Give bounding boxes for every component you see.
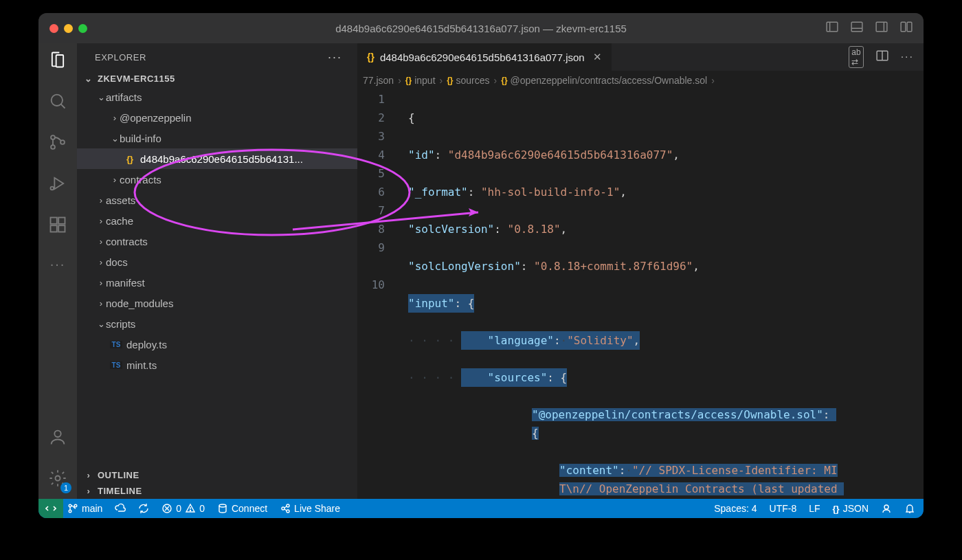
json-icon: {} <box>124 154 136 164</box>
svg-point-22 <box>69 504 71 507</box>
editor: {} d484b9a6c6290e64615d5b641316a077.json… <box>357 43 924 499</box>
status-encoding[interactable]: UTF-8 <box>770 503 797 514</box>
svg-point-10 <box>51 135 55 139</box>
breadcrumb[interactable]: 77.json› {}input› {}sources› {}@openzepp… <box>357 71 924 90</box>
ab-icon[interactable]: ab⇄ <box>849 46 863 68</box>
line-gutter: 12345678910 <box>357 90 399 499</box>
layout-icon[interactable] <box>900 21 913 36</box>
svg-rect-15 <box>51 225 57 232</box>
tab-label: d484b9a6c6290e64615d5b641316a077.json <box>380 52 585 63</box>
folder-build-info[interactable]: ⌄build-info <box>77 128 357 148</box>
account-icon[interactable] <box>48 427 67 449</box>
json-icon: {} <box>367 52 374 63</box>
live-share-button[interactable]: Live Share <box>280 503 340 514</box>
svg-rect-0 <box>827 22 838 32</box>
svg-point-11 <box>51 145 55 149</box>
folder-contracts-inner[interactable]: ›contracts <box>77 169 357 190</box>
timeline-section[interactable]: ›TIMELINE <box>77 483 357 499</box>
folder-openzeppelin[interactable]: ›@openzeppelin <box>77 107 357 128</box>
errors-warnings[interactable]: 0 0 <box>161 503 205 514</box>
more-icon[interactable]: ··· <box>50 256 66 272</box>
activity-bar: ··· 1 <box>38 43 77 499</box>
braces-icon: {} <box>833 504 840 514</box>
file-deploy-ts[interactable]: TSdeploy.ts <box>77 334 357 355</box>
debug-icon[interactable] <box>48 174 67 196</box>
sidebar-more-icon[interactable]: ··· <box>328 50 342 65</box>
folder-scripts[interactable]: ⌄scripts <box>77 313 357 334</box>
close-icon[interactable]: ✕ <box>593 51 602 63</box>
git-branch[interactable]: main <box>67 503 102 514</box>
svg-point-13 <box>51 187 54 190</box>
folder-assets[interactable]: ›assets <box>77 190 357 210</box>
svg-rect-14 <box>51 218 57 224</box>
svg-rect-4 <box>876 22 887 32</box>
svg-point-19 <box>56 476 60 481</box>
file-mint-ts[interactable]: TSmint.ts <box>77 355 357 375</box>
editor-tab[interactable]: {} d484b9a6c6290e64615d5b641316a077.json… <box>357 43 612 71</box>
titlebar: d484b9a6c6290e64615d5b641316a077.json — … <box>38 13 924 43</box>
svg-point-29 <box>282 507 284 510</box>
project-section[interactable]: ⌄ ZKEVM-ERC1155 <box>77 71 357 87</box>
folder-cache[interactable]: ›cache <box>77 210 357 231</box>
search-icon[interactable] <box>48 91 67 113</box>
window-title: d484b9a6c6290e64615d5b641316a077.json — … <box>38 23 924 34</box>
status-spaces[interactable]: Spaces: 4 <box>714 503 757 514</box>
window-minimize-button[interactable] <box>64 24 73 33</box>
settings-badge: 1 <box>60 482 71 493</box>
folder-docs[interactable]: ›docs <box>77 251 357 272</box>
braces-icon: {} <box>405 76 412 85</box>
code-area[interactable]: 12345678910 { "id": "d484b9a6c6290e64615… <box>357 90 924 499</box>
file-tree: ⌄artifacts ›@openzeppelin ⌄build-info {}… <box>77 87 357 467</box>
status-language[interactable]: {}JSON <box>833 503 869 514</box>
svg-point-31 <box>287 510 289 513</box>
status-eol[interactable]: LF <box>809 503 820 514</box>
sidebar: EXPLORER ··· ⌄ ZKEVM-ERC1155 ⌄artifacts … <box>77 43 357 499</box>
folder-artifacts[interactable]: ⌄artifacts <box>77 87 357 107</box>
svg-point-18 <box>54 431 60 437</box>
svg-point-30 <box>287 504 289 507</box>
connect-button[interactable]: Connect <box>217 503 267 514</box>
source-control-icon[interactable] <box>48 133 67 155</box>
folder-contracts[interactable]: ›contracts <box>77 231 357 251</box>
tabs-row: {} d484b9a6c6290e64615d5b641316a077.json… <box>357 43 924 71</box>
outline-section[interactable]: ›OUTLINE <box>77 467 357 483</box>
svg-point-23 <box>69 510 71 513</box>
window-maximize-button[interactable] <box>78 24 87 33</box>
feedback-icon[interactable] <box>881 503 892 514</box>
sidebar-title: EXPLORER <box>95 52 146 63</box>
explorer-icon[interactable] <box>48 50 67 72</box>
panel-right-icon[interactable] <box>875 21 888 36</box>
svg-rect-16 <box>58 225 65 232</box>
svg-rect-2 <box>851 22 862 32</box>
svg-point-24 <box>74 504 77 507</box>
svg-point-28 <box>219 504 226 507</box>
svg-line-9 <box>61 104 65 109</box>
window-close-button[interactable] <box>49 24 58 33</box>
remote-button[interactable] <box>38 499 63 518</box>
bell-icon[interactable] <box>904 503 915 514</box>
extensions-icon[interactable] <box>48 215 67 237</box>
folder-manifest[interactable]: ›manifest <box>77 272 357 293</box>
ts-icon: TS <box>110 341 122 348</box>
panel-left-icon[interactable] <box>826 21 838 36</box>
cloud-sync-icon[interactable] <box>115 503 126 514</box>
svg-rect-7 <box>907 22 912 32</box>
split-icon[interactable] <box>876 49 888 65</box>
more-icon[interactable]: ··· <box>901 51 914 63</box>
svg-point-12 <box>60 140 65 144</box>
status-bar: main 0 0 Connect Live Share Spaces: 4 UT… <box>38 499 924 518</box>
project-name: ZKEVM-ERC1155 <box>98 74 175 84</box>
svg-point-32 <box>884 505 888 509</box>
svg-rect-17 <box>58 218 65 224</box>
svg-point-27 <box>190 511 191 511</box>
braces-icon: {} <box>501 76 507 85</box>
sync-icon[interactable] <box>138 503 149 514</box>
svg-rect-6 <box>901 22 906 32</box>
svg-point-8 <box>52 95 63 106</box>
panel-bottom-icon[interactable] <box>851 21 863 36</box>
code-content[interactable]: { "id": "d484b9a6c6290e64615d5b641316a07… <box>399 90 924 499</box>
file-json-selected[interactable]: {}d484b9a6c6290e64615d5b64131... <box>77 148 357 169</box>
settings-icon[interactable]: 1 <box>48 469 67 491</box>
folder-node-modules[interactable]: ›node_modules <box>77 293 357 313</box>
braces-icon: {} <box>447 76 453 85</box>
